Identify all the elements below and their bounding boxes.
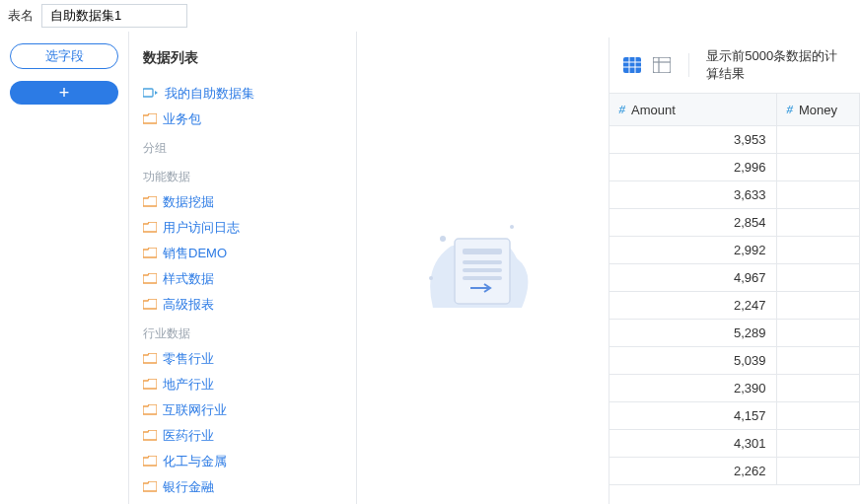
table-row[interactable]: 2,992 bbox=[609, 237, 861, 264]
list-view-icon[interactable] bbox=[653, 57, 671, 73]
svg-rect-3 bbox=[463, 260, 502, 264]
cell-amount: 4,301 bbox=[609, 430, 777, 457]
industry-item[interactable]: 医药行业 bbox=[129, 423, 356, 449]
biz-package-item[interactable]: 业务包 bbox=[129, 107, 356, 132]
func-label: 样式数据 bbox=[163, 270, 214, 288]
top-bar: 表名 bbox=[0, 0, 860, 32]
func-label: 用户访问日志 bbox=[163, 219, 240, 237]
func-item[interactable]: 用户访问日志 bbox=[129, 215, 356, 241]
table-row[interactable]: 4,157 bbox=[609, 402, 861, 430]
svg-rect-0 bbox=[143, 89, 153, 97]
cell-amount: 2,996 bbox=[609, 154, 777, 180]
svg-rect-2 bbox=[463, 249, 502, 254]
cell-money bbox=[777, 402, 861, 429]
table-row[interactable]: 2,996 bbox=[609, 154, 861, 181]
svg-point-7 bbox=[510, 225, 514, 229]
preview-panel: 显示前5000条数据的计算结果 # Amount # Money 3,9532,… bbox=[609, 37, 861, 504]
table-row[interactable]: 4,967 bbox=[609, 264, 861, 292]
add-step-button[interactable]: + bbox=[10, 81, 118, 105]
industry-label: 银行金融 bbox=[163, 478, 214, 496]
cell-amount: 2,390 bbox=[609, 375, 777, 401]
grid-view-icon[interactable] bbox=[623, 57, 641, 73]
cell-money bbox=[777, 320, 861, 346]
cell-amount: 2,247 bbox=[609, 292, 777, 319]
folder-icon bbox=[143, 404, 157, 416]
industry-item[interactable]: 银行金融 bbox=[129, 474, 356, 500]
func-data-label: 功能数据 bbox=[129, 161, 356, 189]
cell-amount: 5,039 bbox=[609, 347, 777, 374]
column-header-amount[interactable]: # Amount bbox=[609, 94, 777, 125]
cell-money bbox=[777, 154, 861, 180]
preview-toolbar: 显示前5000条数据的计算结果 bbox=[609, 37, 861, 94]
column-header-money[interactable]: # Money bbox=[777, 94, 861, 125]
cell-money bbox=[777, 292, 861, 319]
table-row[interactable]: 3,953 bbox=[609, 126, 861, 154]
folder-icon bbox=[143, 353, 157, 365]
data-table: # Amount # Money 3,9532,9963,6332,8542,9… bbox=[609, 94, 861, 504]
cell-money bbox=[777, 375, 861, 401]
industry-label: 地产行业 bbox=[163, 376, 214, 394]
my-dataset-item[interactable]: 我的自助数据集 bbox=[129, 81, 356, 107]
table-row[interactable]: 5,289 bbox=[609, 320, 861, 347]
industry-item[interactable]: 互联网行业 bbox=[129, 397, 356, 423]
table-name-label: 表名 bbox=[8, 7, 34, 25]
func-item[interactable]: 数据挖掘 bbox=[129, 189, 356, 215]
table-row[interactable]: 5,039 bbox=[609, 347, 861, 375]
func-item[interactable]: 样式数据 bbox=[129, 266, 356, 292]
add-step-label: + bbox=[59, 84, 70, 102]
industry-label: 化工与金属 bbox=[163, 453, 227, 470]
drop-area[interactable] bbox=[357, 32, 609, 504]
cell-amount: 4,157 bbox=[609, 402, 777, 429]
table-row[interactable]: 4,301 bbox=[609, 430, 861, 458]
drop-illustration-icon bbox=[413, 209, 551, 327]
func-label: 数据挖掘 bbox=[163, 193, 214, 211]
table-row[interactable]: 2,854 bbox=[609, 209, 861, 237]
data-list-title: 数据列表 bbox=[129, 43, 356, 81]
industry-label: 医药行业 bbox=[163, 427, 214, 445]
folder-icon bbox=[143, 113, 157, 125]
folder-icon bbox=[143, 456, 157, 468]
table-header: # Amount # Money bbox=[609, 94, 861, 126]
folder-icon bbox=[143, 481, 157, 493]
cell-amount: 3,633 bbox=[609, 181, 777, 208]
func-item[interactable]: 高级报表 bbox=[129, 292, 356, 318]
cell-amount: 2,854 bbox=[609, 209, 777, 236]
cell-amount: 4,967 bbox=[609, 264, 777, 291]
folder-icon bbox=[143, 222, 157, 234]
dataset-icon bbox=[143, 87, 159, 101]
table-name-input[interactable] bbox=[41, 4, 187, 28]
cell-money bbox=[777, 347, 861, 374]
table-row[interactable]: 2,262 bbox=[609, 458, 861, 485]
svg-rect-14 bbox=[653, 57, 671, 73]
number-type-icon: # bbox=[787, 102, 794, 117]
industry-data-label: 行业数据 bbox=[129, 318, 356, 346]
cell-amount: 2,262 bbox=[609, 458, 777, 484]
industry-item[interactable]: 租赁行业 bbox=[129, 500, 356, 504]
biz-package-label: 业务包 bbox=[163, 110, 201, 128]
cell-amount: 2,992 bbox=[609, 237, 777, 263]
industry-item[interactable]: 地产行业 bbox=[129, 372, 356, 397]
my-dataset-label: 我的自助数据集 bbox=[165, 85, 254, 103]
cell-money bbox=[777, 430, 861, 457]
industry-item[interactable]: 零售行业 bbox=[129, 346, 356, 372]
select-field-button[interactable]: 选字段 bbox=[10, 43, 118, 69]
func-label: 销售DEMO bbox=[163, 245, 227, 262]
folder-icon bbox=[143, 430, 157, 442]
svg-point-8 bbox=[429, 276, 433, 280]
industry-label: 互联网行业 bbox=[163, 401, 227, 419]
folder-icon bbox=[143, 299, 157, 311]
table-row[interactable]: 2,390 bbox=[609, 375, 861, 402]
industry-item[interactable]: 化工与金属 bbox=[129, 449, 356, 474]
group-label: 分组 bbox=[129, 132, 356, 161]
cell-money bbox=[777, 181, 861, 208]
left-panel: 选字段 + bbox=[0, 32, 128, 504]
table-row[interactable]: 3,633 bbox=[609, 181, 861, 209]
cell-money bbox=[777, 209, 861, 236]
data-list-panel: 数据列表 我的自助数据集 业务包 分组 功能数据 数据挖掘用户访问日志销售DEM… bbox=[129, 32, 356, 504]
func-item[interactable]: 销售DEMO bbox=[129, 241, 356, 266]
table-row[interactable]: 2,247 bbox=[609, 292, 861, 320]
column-amount-label: Amount bbox=[631, 103, 676, 117]
cell-money bbox=[777, 126, 861, 153]
column-money-label: Money bbox=[799, 103, 837, 117]
main-container: 选字段 + 数据列表 我的自助数据集 业务包 分组 功能数据 数据挖掘用户访问日… bbox=[0, 32, 860, 504]
